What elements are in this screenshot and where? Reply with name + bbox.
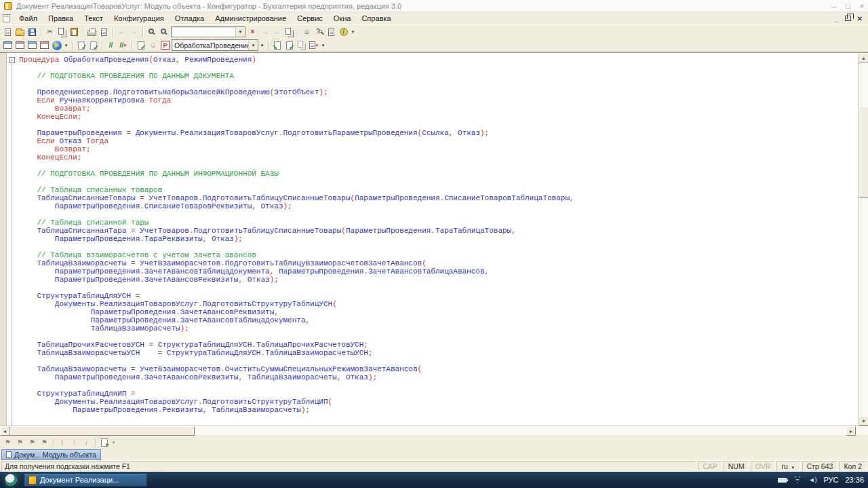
menu-windows[interactable]: Окна xyxy=(329,14,356,23)
toggle-bookmark-button[interactable]: ⚑ xyxy=(2,437,14,448)
tab-module-object[interactable]: Докум... Модуль объекта xyxy=(1,449,101,460)
menu-edit[interactable]: Правка xyxy=(43,14,78,23)
add-comment-button[interactable]: // xyxy=(105,40,117,51)
toolbar1-overflow-icon[interactable]: ▾ xyxy=(350,26,356,37)
template-insert-button[interactable] xyxy=(75,40,87,51)
panel-config-button[interactable] xyxy=(2,40,14,51)
back-button[interactable]: ← xyxy=(116,26,127,37)
syntax-assistant-button[interactable]: ☺ xyxy=(301,26,313,37)
breakpoint-gutter[interactable] xyxy=(0,53,7,426)
status-bar: Для получения подсказки нажмите F1 CAP N… xyxy=(0,460,868,472)
paste-button[interactable] xyxy=(68,26,80,37)
tray-language-indicator[interactable]: РУС xyxy=(823,476,838,484)
print-button[interactable] xyxy=(86,26,98,37)
scroll-down-icon[interactable]: ▼ xyxy=(859,416,868,426)
template-save-button[interactable] xyxy=(87,40,99,51)
clock[interactable]: 23:36 xyxy=(845,476,864,484)
remove-comment-button[interactable]: //× xyxy=(117,40,129,51)
vertical-scroll-thumb[interactable] xyxy=(859,107,868,198)
code-lines[interactable]: Процедура ОбработкаПроведения(Отказ, Реж… xyxy=(18,53,868,426)
fold-line xyxy=(12,64,12,426)
panel-split-button[interactable] xyxy=(39,40,50,51)
search-input[interactable] xyxy=(172,28,235,36)
menu-service[interactable]: Сервис xyxy=(292,14,328,23)
mdi-restore-icon[interactable] xyxy=(845,16,851,21)
horizontal-scrollbar[interactable]: ◄ ► xyxy=(0,426,868,435)
save-button[interactable] xyxy=(26,26,38,37)
toolbar3-overflow-icon[interactable]: ▾ xyxy=(111,437,117,448)
print-preview-button[interactable] xyxy=(98,26,110,37)
maximize-button-icon[interactable]: □ xyxy=(846,2,850,10)
toolbar-bookmarks: ⚑ ⚑ ⚑ ⚑ ↕ ↑ ↓ ▾ xyxy=(0,436,868,449)
taskbar: Документ Реализаци... ◄) РУС 23:36 xyxy=(0,472,868,488)
scroll-right-icon[interactable]: ► xyxy=(846,426,856,436)
next-bookmark-button[interactable]: ⚑ xyxy=(14,437,26,448)
scroll-up-icon[interactable]: ▲ xyxy=(859,53,868,62)
close-button-icon[interactable]: × xyxy=(860,2,864,10)
find-replace-button[interactable] xyxy=(146,26,157,37)
toolbar2-overflow-icon[interactable]: ▾ xyxy=(320,40,326,51)
block-delete-button[interactable]: × xyxy=(308,40,319,51)
next-procedure-button[interactable]: ↓ xyxy=(81,437,92,448)
code-editor[interactable]: − Процедура ОбработкаПроведения(Отказ, Р… xyxy=(0,52,868,426)
tab-label: Докум... Модуль объекта xyxy=(14,451,96,459)
menu-help[interactable]: Справка xyxy=(357,14,395,23)
menu-configuration[interactable]: Конфигурация xyxy=(109,14,169,23)
syntax-check-button[interactable] xyxy=(98,437,110,448)
title-bar: Документ РеализацияТоваровУслуг: Модуль … xyxy=(0,0,868,12)
language-selector[interactable]: ru ▾ xyxy=(776,461,800,472)
cut-button[interactable]: ✂ xyxy=(44,26,56,37)
format-module-button[interactable] xyxy=(283,40,295,51)
info-button[interactable]: i xyxy=(338,26,349,37)
line-indicator: Стр 643 xyxy=(802,461,838,472)
panel-modules-button[interactable] xyxy=(26,40,38,51)
menu-file[interactable]: Файл xyxy=(14,14,42,23)
volume-icon[interactable]: ◄) xyxy=(809,476,817,483)
goto-line-button[interactable]: ↕ xyxy=(56,437,68,448)
find-previous-button[interactable]: ← xyxy=(271,26,283,37)
battery-icon[interactable] xyxy=(778,478,787,483)
block-collapse-button[interactable] xyxy=(296,40,307,51)
horizontal-scroll-thumb[interactable] xyxy=(9,426,195,436)
find-next-button[interactable]: → xyxy=(259,26,271,37)
clear-bookmarks-button[interactable]: ⚑ xyxy=(39,437,50,448)
check-module-button[interactable] xyxy=(135,40,146,51)
minimize-button-icon[interactable]: – xyxy=(832,2,836,10)
start-button[interactable] xyxy=(4,473,18,487)
copy-stack-button[interactable] xyxy=(283,26,295,37)
mdi-minimize-icon[interactable]: _ xyxy=(835,15,839,22)
open-button[interactable] xyxy=(14,26,26,37)
wifi-icon[interactable] xyxy=(793,476,802,483)
fold-collapse-icon[interactable]: − xyxy=(9,57,15,63)
previous-bookmark-button[interactable]: ⚑ xyxy=(26,437,38,448)
menu-debug[interactable]: Отладка xyxy=(170,14,209,23)
search-dropdown-icon[interactable]: ▾ xyxy=(235,27,245,37)
app-icon xyxy=(4,2,12,10)
panel-window-button[interactable] xyxy=(14,40,26,51)
num-lock-indicator: NUM xyxy=(724,461,749,472)
procedure-combo-dropdown-icon[interactable]: ▾ xyxy=(248,40,258,50)
goto-definition-button[interactable]: ☺ xyxy=(147,40,159,51)
scroll-left-icon[interactable]: ◄ xyxy=(0,426,9,436)
new-document-button[interactable] xyxy=(2,26,14,37)
help-contents-button[interactable] xyxy=(326,26,337,37)
copy-button[interactable] xyxy=(56,26,68,37)
search-clear-button[interactable]: × xyxy=(247,26,258,37)
menu-text[interactable]: Текст xyxy=(79,14,108,23)
toolbar-module: ▶ ▾ // //× ☺ Р ОбработкаПроведение ▾ ▾ ×… xyxy=(0,39,868,52)
child-window-icon[interactable] xyxy=(3,14,10,22)
system-tray: ◄) РУС 23:36 xyxy=(778,476,864,484)
forward-button[interactable]: → xyxy=(128,26,140,37)
taskbar-app-button[interactable]: Документ Реализаци... xyxy=(24,473,147,487)
help-search-button[interactable]: ? xyxy=(313,26,325,37)
previous-procedure-button[interactable]: ↑ xyxy=(68,437,80,448)
vertical-scrollbar[interactable]: ▲ ▼ xyxy=(858,53,868,426)
format-block-button[interactable] xyxy=(271,40,283,51)
procedure-combo[interactable]: ОбработкаПроведение ▾ xyxy=(172,39,258,51)
menu-administration[interactable]: Администрирование xyxy=(210,14,291,23)
mdi-close-icon[interactable]: ✕ xyxy=(857,15,863,22)
find-button[interactable] xyxy=(158,26,170,37)
procedure-overflow-icon[interactable]: ▾ xyxy=(259,40,265,51)
debug-dropdown-icon[interactable]: ▾ xyxy=(63,40,69,51)
start-debug-button[interactable]: ▶ xyxy=(51,40,62,51)
